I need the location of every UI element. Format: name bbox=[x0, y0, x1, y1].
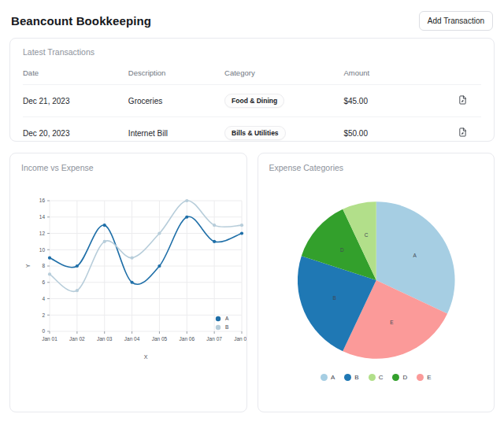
pie-legend-item-A[interactable]: A bbox=[321, 374, 335, 381]
column-header-description: Description bbox=[128, 65, 224, 85]
line-series-B bbox=[50, 201, 242, 291]
transaction-amount: $50.00 bbox=[343, 117, 444, 150]
data-point bbox=[76, 264, 79, 268]
page-header: Beancount Bookkeeping Add Transaction bbox=[11, 11, 493, 30]
column-header-amount: Amount bbox=[343, 65, 444, 85]
edit-transaction-button[interactable] bbox=[458, 128, 467, 137]
table-row: Dec 20, 2023 Internet Bill Bills & Utili… bbox=[23, 117, 481, 150]
legend-color-dot bbox=[369, 374, 376, 381]
svg-text:Jan 02: Jan 02 bbox=[69, 336, 85, 342]
svg-text:Jan 01: Jan 01 bbox=[42, 336, 57, 342]
add-transaction-button[interactable]: Add Transaction bbox=[419, 11, 493, 31]
svg-text:4: 4 bbox=[42, 296, 45, 301]
svg-text:Jan 04: Jan 04 bbox=[124, 336, 140, 342]
legend-label: A bbox=[331, 374, 335, 381]
legend-color-dot bbox=[417, 374, 424, 381]
pie-slice-label: C bbox=[364, 233, 368, 238]
legend-label: E bbox=[427, 374, 431, 381]
data-point bbox=[240, 224, 243, 227]
edit-transaction-button[interactable] bbox=[458, 95, 467, 105]
legend-label: B bbox=[354, 374, 358, 381]
data-point bbox=[48, 272, 51, 275]
data-point bbox=[130, 281, 133, 284]
pie-legend: ABCDE bbox=[269, 374, 484, 381]
svg-text:Jan 08: Jan 08 bbox=[234, 336, 246, 342]
data-point bbox=[213, 240, 216, 243]
legend-label: D bbox=[402, 374, 407, 381]
line-legend-item[interactable]: A bbox=[216, 316, 229, 321]
expense-categories-card: Expense Categories AEBDC ABCDE bbox=[258, 153, 495, 412]
pie-slice-label: E bbox=[390, 320, 394, 325]
pie-legend-item-E[interactable]: E bbox=[417, 374, 431, 381]
pie-slice-label: B bbox=[332, 295, 335, 301]
data-point bbox=[213, 224, 216, 227]
pie-chart-title: Expense Categories bbox=[269, 163, 484, 172]
line-chart-title: Income vs Expense bbox=[21, 163, 235, 172]
transaction-date: Dec 20, 2023 bbox=[23, 117, 128, 150]
transaction-date: Dec 21, 2023 bbox=[23, 85, 128, 117]
svg-text:A: A bbox=[225, 316, 229, 321]
pie-slice-label: D bbox=[339, 247, 343, 253]
svg-text:12: 12 bbox=[39, 231, 46, 236]
svg-text:2: 2 bbox=[42, 312, 45, 318]
pie-slice-label: A bbox=[413, 253, 417, 258]
legend-color-dot bbox=[321, 374, 328, 381]
svg-text:10: 10 bbox=[39, 247, 46, 253]
column-header-category: Category bbox=[224, 65, 343, 85]
svg-text:Jan 03: Jan 03 bbox=[97, 336, 113, 342]
svg-text:Jan 07: Jan 07 bbox=[206, 336, 222, 342]
svg-text:0: 0 bbox=[42, 328, 45, 334]
category-badge: Bills & Utilities bbox=[224, 126, 286, 140]
column-header-date: Date bbox=[23, 65, 128, 85]
file-edit-icon bbox=[458, 95, 467, 107]
legend-label: C bbox=[379, 374, 384, 381]
income-vs-expense-card: Income vs Expense 0246810121416Jan 01Jan… bbox=[9, 153, 247, 412]
data-point bbox=[130, 257, 133, 260]
file-edit-icon bbox=[458, 128, 467, 139]
transaction-amount: $45.00 bbox=[343, 85, 444, 117]
latest-transactions-card: Latest Transactions Date Description Cat… bbox=[9, 38, 495, 142]
transactions-card-title: Latest Transactions bbox=[23, 47, 481, 57]
expense-categories-pie-chart: AEBDC bbox=[269, 199, 484, 363]
pie-legend-item-B[interactable]: B bbox=[344, 374, 358, 381]
data-point bbox=[103, 240, 106, 243]
data-point bbox=[185, 216, 188, 219]
data-point bbox=[48, 257, 51, 260]
pie-legend-item-C[interactable]: C bbox=[369, 374, 384, 381]
data-point bbox=[158, 264, 161, 268]
table-header-row: Date Description Category Amount bbox=[23, 65, 481, 85]
data-point bbox=[158, 231, 161, 235]
legend-color-dot bbox=[392, 374, 399, 381]
svg-text:Jan 05: Jan 05 bbox=[152, 336, 168, 342]
svg-text:Y: Y bbox=[25, 264, 31, 268]
legend-color-dot bbox=[344, 374, 351, 381]
pie-legend-item-D[interactable]: D bbox=[392, 374, 407, 381]
svg-text:6: 6 bbox=[42, 279, 45, 285]
svg-text:Jan 06: Jan 06 bbox=[180, 336, 195, 342]
category-badge: Food & Dining bbox=[224, 94, 284, 108]
svg-text:14: 14 bbox=[39, 214, 46, 220]
line-series-A bbox=[50, 216, 242, 284]
transaction-description: Groceries bbox=[128, 85, 224, 117]
transactions-table: Date Description Category Amount Dec 21,… bbox=[23, 65, 481, 149]
income-expense-line-chart: 0246810121416Jan 01Jan 02Jan 03Jan 04Jan… bbox=[21, 193, 235, 366]
table-row: Dec 21, 2023 Groceries Food & Dining $45… bbox=[23, 85, 481, 117]
svg-text:8: 8 bbox=[42, 263, 45, 268]
data-point bbox=[103, 224, 106, 227]
data-point bbox=[240, 231, 243, 235]
line-legend-item[interactable]: B bbox=[216, 324, 229, 330]
data-point bbox=[76, 289, 79, 292]
page-title: Beancount Bookkeeping bbox=[11, 14, 151, 28]
svg-text:B: B bbox=[225, 324, 228, 330]
svg-text:16: 16 bbox=[39, 198, 46, 203]
svg-text:X: X bbox=[144, 354, 148, 360]
data-point bbox=[185, 199, 188, 202]
transaction-description: Internet Bill bbox=[128, 117, 224, 150]
